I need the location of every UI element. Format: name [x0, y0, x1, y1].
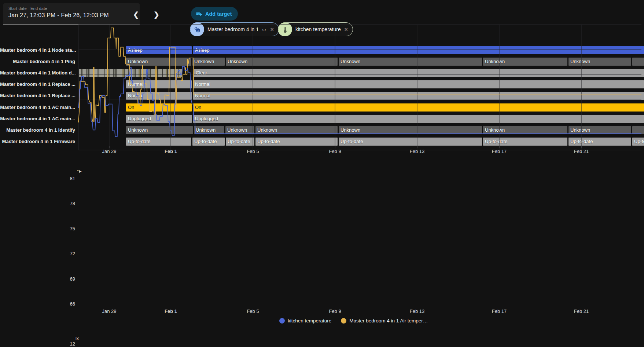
legend-label: kitchen temperature [288, 318, 331, 324]
y-axis-tick-label: 81 [60, 176, 75, 181]
y-axis-tick-label: 69 [60, 276, 75, 282]
legend-dot-yellow [341, 318, 346, 324]
y-axis-unit: °F [77, 169, 82, 174]
series-line-kitchen-temperature[interactable] [78, 66, 641, 137]
legend-label: Master bedroom 4 in 1 Air tempera… [349, 318, 429, 324]
legend-item-bedroom-air-temperature[interactable]: Master bedroom 4 in 1 Air tempera… [341, 318, 429, 324]
lux-chart-unit: lx [76, 336, 79, 341]
y-axis-tick-label: 75 [60, 226, 75, 231]
legend-dot-blue [279, 318, 285, 324]
history-page: { "header": { "date_range": {"label": "S… [0, 0, 644, 347]
chart-legend: kitchen temperature Master bedroom 4 in … [279, 318, 429, 324]
temperature-line-chart[interactable] [0, 0, 644, 172]
temp-axis-label: Feb 1 [165, 308, 177, 314]
lux-chart-tick: 12 [60, 341, 75, 347]
y-axis-tick-label: 72 [60, 251, 75, 256]
y-axis-tick-label: 78 [60, 201, 75, 206]
temp-axis-label: Feb 9 [329, 308, 341, 314]
legend-item-kitchen-temperature[interactable]: kitchen temperature [279, 318, 331, 324]
temp-axis-label: Feb 5 [247, 308, 259, 314]
temp-axis-label: Feb 13 [410, 308, 424, 314]
temp-axis-label: Feb 17 [492, 308, 507, 314]
temp-axis-label: Feb 21 [574, 308, 589, 314]
y-axis-tick-label: 66 [60, 301, 75, 307]
temp-axis-label: Jan 29 [102, 308, 116, 314]
